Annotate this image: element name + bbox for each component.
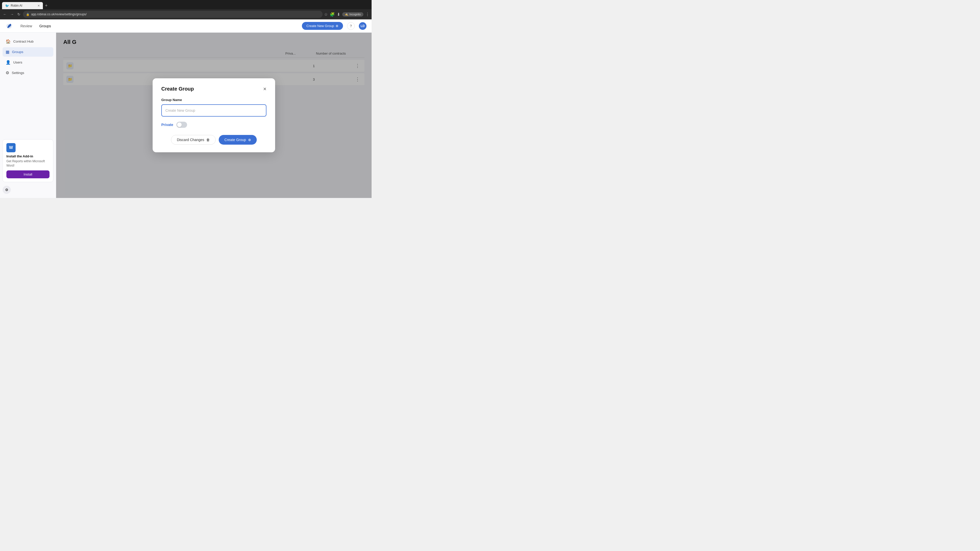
discard-label: Discard Changes [177,138,204,142]
app-logo [5,22,13,30]
sidebar-item-settings[interactable]: ⚙ Settings [3,68,53,78]
tab-close-button[interactable]: ✕ [38,4,40,7]
settings-icon: ⚙ [6,70,9,75]
groups-icon: ▦ [6,49,10,54]
download-button[interactable]: ⬇ [337,12,340,17]
main-layout: 🏠 Contract Hub ▦ Groups 👤 Users ⚙ Settin… [0,33,372,198]
private-toggle[interactable] [177,122,187,128]
private-row: Private [161,122,266,128]
sidebar-promo: W Install the Add-in Get Reports within … [3,139,53,182]
discard-changes-button[interactable]: Discard Changes 🗑 [171,135,216,144]
tab-title: Robin AI [11,4,22,7]
sidebar-item-label-groups: Groups [12,50,23,54]
install-button[interactable]: Install [6,170,49,178]
tab-bar: 🐦 Robin AI ✕ + [0,0,372,9]
content-area: All G Priva... Number of contracts 📁 1 ⋮… [56,33,372,198]
create-label: Create Group [224,138,246,142]
lock-icon: 🔒 [26,13,30,16]
nav-review[interactable]: Review [17,22,36,30]
back-button[interactable]: ← [2,11,8,17]
modal-actions: Discard Changes 🗑 Create Group ⊕ [161,135,266,144]
help-button[interactable]: ? [347,22,355,30]
promo-title: Install the Add-in [6,154,49,158]
nav-groups[interactable]: Groups [36,22,55,30]
modal-overlay: Create Group × Group Name Private Discar [56,33,372,198]
address-input[interactable]: 🔒 app.robinai.co.uk/review/settings/grou… [23,11,323,18]
group-name-label: Group Name [161,98,266,102]
modal-close-button[interactable]: × [263,86,266,92]
group-name-input[interactable] [161,104,266,117]
toggle-knob [177,122,182,127]
sidebar-item-users[interactable]: 👤 Users [3,58,53,67]
reload-button[interactable]: ↻ [16,11,21,17]
help-icon: ? [350,24,352,28]
home-icon: 🏠 [6,39,11,44]
create-group-modal: Create Group × Group Name Private Discar [153,78,275,152]
menu-button[interactable]: ⋮ [366,12,369,17]
modal-header: Create Group × [161,86,266,92]
create-new-group-header-button[interactable]: Create New Group ⊕ [302,22,343,30]
sidebar-gear-button[interactable]: ⚙ [3,186,11,194]
incognito-badge: 🕵 Incognito [342,12,363,17]
address-actions: ☆ 🧩 ⬇ 🕵 Incognito ⋮ [324,12,369,17]
gear-icon: ⚙ [5,188,8,192]
sidebar-item-label-users: Users [13,60,22,64]
app-header: Review Groups Create New Group ⊕ ? LD [0,19,372,33]
trash-icon: 🗑 [206,138,210,142]
sidebar-item-label-settings: Settings [12,71,24,75]
svg-point-0 [10,24,11,25]
users-icon: 👤 [6,60,11,65]
private-label: Private [161,123,173,127]
sidebar-item-contract-hub[interactable]: 🏠 Contract Hub [3,37,53,46]
create-new-group-label: Create New Group [307,24,334,28]
user-avatar[interactable]: LD [359,22,366,30]
new-tab-button[interactable]: + [43,2,50,9]
extensions-button[interactable]: 🧩 [330,12,335,17]
promo-description: Get Reports within Microsoft Word! [6,159,49,168]
word-icon: W [6,143,16,152]
user-initials: LD [361,24,365,28]
forward-button[interactable]: → [9,11,15,17]
sidebar-item-label-contract-hub: Contract Hub [13,40,34,43]
app-container: Review Groups Create New Group ⊕ ? LD 🏠 … [0,19,372,198]
modal-title: Create Group [161,86,194,92]
incognito-label: Incognito [349,13,361,16]
bookmark-button[interactable]: ☆ [324,12,328,17]
plus-icon: ⊕ [336,24,339,28]
app-nav: Review Groups [17,22,55,30]
tab-favicon: 🐦 [5,4,9,8]
address-bar-row: ← → ↻ 🔒 app.robinai.co.uk/review/setting… [0,9,372,19]
active-tab[interactable]: 🐦 Robin AI ✕ [2,2,43,9]
create-plus-icon: ⊕ [248,138,251,142]
sidebar: 🏠 Contract Hub ▦ Groups 👤 Users ⚙ Settin… [0,33,56,198]
sidebar-item-groups[interactable]: ▦ Groups [3,47,53,57]
create-group-button[interactable]: Create Group ⊕ [219,135,257,144]
address-text: app.robinai.co.uk/review/settings/groups… [31,13,86,16]
incognito-icon: 🕵 [345,13,348,16]
